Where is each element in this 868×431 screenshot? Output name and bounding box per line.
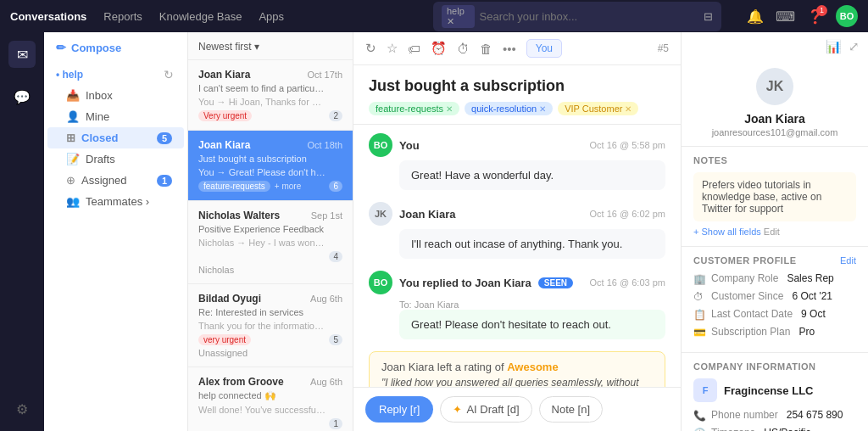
note-button[interactable]: Note [n]: [539, 396, 604, 423]
conv-item[interactable]: Nicholas Walters Sep 1st Positive Experi…: [188, 201, 353, 284]
last-contact-icon: 📋: [693, 309, 705, 321]
rating-box: Joan Kiara left a rating of Awesome "I l…: [369, 351, 665, 387]
msg-content: Great! Please don't hesitate to reach ou…: [399, 310, 665, 339]
snooze-icon[interactable]: ⏰: [431, 41, 447, 56]
search-bar: help ✕ ⊟: [433, 2, 721, 31]
conv-preview: I can't seem to find a particular f...: [198, 83, 326, 93]
chart-icon[interactable]: 📊: [826, 39, 842, 54]
conv-count: 5: [329, 334, 342, 345]
right-panel: 📊 ⤢ JK Joan Kiara joanresources101@gmail…: [682, 32, 868, 431]
conv-date: Aug 6th: [310, 377, 342, 387]
nav-knowledge-base[interactable]: Knowledge Base: [159, 10, 242, 23]
conv-preview: Re: Interested in services: [198, 307, 326, 317]
rating-header: Joan Kiara left a rating of Awesome: [381, 361, 653, 373]
conv-sender-name: Nicholas Walters: [198, 210, 280, 221]
contact-avatar: JK: [756, 68, 793, 105]
expand-icon[interactable]: ⤢: [849, 39, 860, 54]
notifications-icon[interactable]: 🔔: [747, 8, 764, 25]
tag-close-icon[interactable]: ✕: [625, 104, 632, 114]
edit-link[interactable]: Edit: [764, 227, 780, 237]
nav-inbox[interactable]: 📥 Inbox: [47, 85, 184, 106]
topnav-icons: 🔔 ⌨ ❓1 BO: [747, 5, 858, 27]
message-row: JK Joan Kiara Oct 16 @ 6:02 pm I'll reac…: [369, 202, 665, 259]
rating-quote: "I liked how you answered all queries se…: [381, 377, 653, 387]
brand-logo: Conversations: [10, 10, 86, 23]
conv-toolbar: ↻ ☆ 🏷 ⏰ ⏱ 🗑 ••• You #5: [353, 32, 681, 65]
conv-item[interactable]: Joan Kiara Oct 17th I can't seem to find…: [188, 60, 353, 131]
conv-assignee: Unassigned: [198, 348, 342, 358]
message-row: BO You replied to Joan Kiara SEEN Oct 16…: [369, 271, 665, 339]
conv-item[interactable]: Alex from Groove Aug 6th help connected …: [188, 367, 353, 431]
conv-tag-vip-customer[interactable]: VIP Customer ✕: [558, 102, 638, 115]
conv-date: Oct 18th: [307, 140, 342, 150]
tag-icon[interactable]: 🏷: [408, 42, 420, 56]
tag-close-icon[interactable]: ✕: [539, 104, 546, 114]
nav-mine[interactable]: 👤 Mine: [47, 106, 184, 127]
sidebar-chat-icon[interactable]: 💬: [8, 83, 36, 110]
conv-list-header: Newest first ▾: [188, 32, 353, 60]
nav-apps[interactable]: Apps: [259, 10, 284, 23]
company-info-title: COMPANY INFORMATION: [693, 361, 856, 372]
nav-teammates[interactable]: 👥 Teammates ›: [47, 191, 184, 212]
nav-drafts[interactable]: 📝 Drafts: [47, 148, 184, 170]
conversation-list: Newest first ▾ Joan Kiara Oct 17th I can…: [188, 32, 353, 431]
conv-sender-name: Joan Kiara: [198, 139, 250, 151]
contact-header: JK Joan Kiara joanresources101@gmail.com: [682, 54, 868, 147]
conv-tag-feature-requests[interactable]: feature-requests ✕: [369, 102, 459, 115]
left-sidebar: ✉ 💬 ⚙: [0, 32, 44, 431]
msg-time: Oct 16 @ 5:58 pm: [590, 140, 665, 150]
conv-header: Just bought a subscription feature-reque…: [353, 65, 681, 125]
msg-sender: You: [399, 139, 420, 152]
tag-close-icon[interactable]: ✕: [446, 104, 453, 114]
user-avatar[interactable]: BO: [836, 5, 858, 27]
conv-sender-name: Joan Kiara: [198, 69, 250, 81]
search-filter-badge[interactable]: help ✕: [442, 5, 475, 28]
compose-button[interactable]: ✏ Compose: [44, 32, 187, 63]
profile-row: 📋 Last Contact Date 9 Oct: [693, 308, 856, 321]
reply-button[interactable]: Reply [r]: [365, 396, 433, 423]
conv-tag-quick-resolution[interactable]: quick-resolution ✕: [465, 102, 553, 115]
sort-button[interactable]: Newest first ▾: [198, 41, 259, 53]
sender-avatar: BO: [369, 133, 392, 157]
refresh-icon[interactable]: ↻: [162, 66, 175, 83]
notes-section: Notes Prefers video tutorials in knowled…: [682, 147, 868, 247]
conv-sub-preview: Thank you for the information. On T...: [198, 321, 326, 331]
conv-item[interactable]: Bildad Oyugi Aug 6th Re: Interested in s…: [188, 284, 353, 367]
nav-closed[interactable]: ⊞ Closed 5: [47, 127, 184, 148]
conv-assignee: Nicholas: [198, 265, 342, 275]
nav-help-section: • help: [56, 69, 83, 81]
notes-content: Prefers video tutorials in knowledge bas…: [693, 172, 856, 221]
search-filter-icon[interactable]: ⊟: [704, 10, 713, 23]
refresh-toolbar-icon[interactable]: ↻: [365, 41, 376, 56]
msg-sender: You replied to Joan Kiara: [399, 277, 531, 289]
sidebar-inbox-icon[interactable]: ✉: [8, 41, 36, 68]
delete-icon[interactable]: 🗑: [480, 42, 492, 56]
more-icon[interactable]: •••: [503, 42, 516, 56]
msg-to: To: Joan Kiara: [399, 299, 665, 310]
star-icon[interactable]: ☆: [387, 41, 398, 56]
you-button[interactable]: You: [526, 39, 562, 58]
timer-icon[interactable]: ⏱: [457, 42, 470, 56]
company-info-section: COMPANY INFORMATION F Fragincense LLC 📞 …: [682, 353, 868, 431]
keyboard-icon[interactable]: ⌨: [776, 8, 795, 25]
msg-time: Oct 16 @ 6:02 pm: [590, 209, 665, 219]
help-icon[interactable]: ❓1: [807, 8, 824, 25]
conv-count: 1: [329, 418, 342, 429]
contact-name: Joan Kiara: [744, 112, 805, 126]
conv-sender-name: Bildad Oyugi: [198, 293, 261, 305]
conv-preview: Positive Experience Feedback: [198, 224, 326, 234]
message-row: BO You Oct 16 @ 5:58 pm Great! Have a wo…: [369, 133, 665, 190]
msg-content: I'll reach out incase of anything. Thank…: [399, 229, 665, 259]
rating-text: Joan Kiara left a rating of: [381, 361, 507, 373]
sidebar-settings-icon[interactable]: ⚙: [8, 395, 36, 423]
profile-edit-link[interactable]: Edit: [840, 255, 856, 266]
nav-assigned[interactable]: ⊕ Assigned 1: [47, 170, 184, 191]
contact-email: joanresources101@gmail.com: [712, 127, 838, 137]
show-all-fields-link[interactable]: + Show all fields Edit: [693, 227, 780, 237]
conv-item[interactable]: Joan Kiara Oct 18th Just bought a subscr…: [188, 131, 353, 201]
search-input[interactable]: [480, 10, 698, 23]
nav-reports[interactable]: Reports: [103, 10, 142, 23]
conv-tag: feature-requests: [198, 181, 270, 192]
conv-count: 4: [329, 251, 342, 262]
ai-draft-button[interactable]: ✦ AI Draft [d]: [440, 396, 531, 423]
